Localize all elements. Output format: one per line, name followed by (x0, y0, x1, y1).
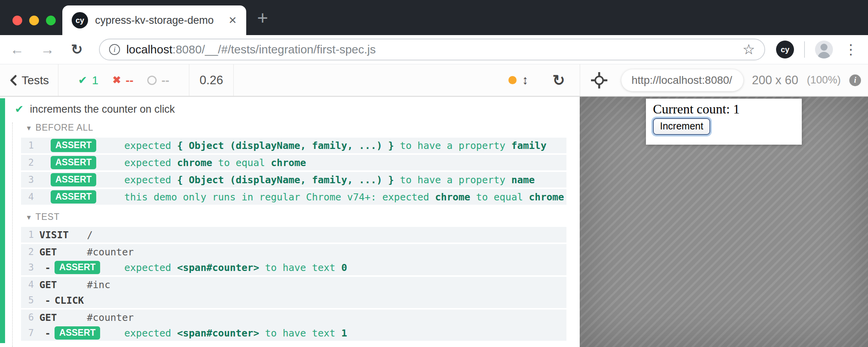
command-args: #counter (87, 246, 134, 258)
browser-toolbar: ← → ↻ i localhost:8080/__/#/tests/integr… (0, 35, 868, 64)
assert-badge: ASSERT (55, 326, 100, 340)
hook-name: BEFORE ALL (35, 122, 94, 133)
browser-menu-icon[interactable]: ⋮ (844, 41, 858, 58)
collapse-triangle-icon[interactable]: ▾ (27, 212, 31, 222)
command-name: VISIT (39, 229, 69, 241)
command-number: 4 (21, 279, 34, 290)
aut-url-input[interactable]: http://localhost:8080/ (621, 69, 743, 91)
collapse-triangle-icon[interactable]: ▾ (27, 123, 31, 133)
window-controls (12, 16, 56, 25)
child-dash: - (45, 328, 51, 339)
command-log-panel: ✔ increments the counter on click ▾BEFOR… (0, 97, 580, 347)
runner-reload-icon[interactable]: ↻ (552, 72, 565, 89)
assert-message-text: expected (124, 157, 177, 168)
minimize-window-button[interactable] (29, 16, 39, 25)
viewport-scale-indicator-icon[interactable] (508, 76, 517, 84)
child-dash: - (45, 295, 51, 306)
url-path: :8080/__/#/tests/integration/first-spec.… (173, 43, 376, 56)
back-to-tests-button[interactable]: Tests (0, 64, 58, 96)
command-row[interactable]: 6GET#counter (21, 310, 566, 325)
command-number: 3 (21, 262, 34, 273)
aut-iframe: Current count: 1 Increment (646, 99, 802, 145)
forward-icon[interactable]: → (41, 41, 55, 58)
assert-message: expected <span#counter> to have text 1 (124, 328, 347, 339)
test-passed-bar (0, 98, 5, 343)
tab-close-icon[interactable]: ✕ (228, 14, 237, 27)
test-duration: 0.26 (189, 64, 234, 96)
assert-message: expected <span#counter> to have text 0 (124, 262, 347, 273)
viewport-info-icon[interactable]: i (849, 74, 861, 86)
child-dash: - (45, 262, 51, 273)
selector-playground-icon[interactable] (591, 72, 607, 89)
command-row[interactable]: 7-ASSERTexpected <span#counter> to have … (21, 325, 566, 341)
assert-badge: ASSERT (51, 173, 96, 186)
assert-message-strong: { Object (displayName, family, ...) } (177, 140, 394, 151)
command-number: 4 (21, 191, 34, 202)
pending-circle-icon (147, 76, 157, 85)
command-number: 1 (21, 140, 34, 151)
increment-button[interactable]: Increment (653, 118, 710, 135)
command-args: / (87, 229, 93, 241)
command-content: ASSERTexpected { Object (displayName, fa… (34, 138, 566, 153)
pending-count: -- (161, 74, 169, 87)
maximize-window-button[interactable] (46, 16, 56, 25)
command-content: GET#counter (34, 244, 566, 260)
url-text[interactable]: localhost:8080/__/#/tests/integration/fi… (126, 43, 736, 56)
command-row[interactable]: 3ASSERTexpected { Object (displayName, f… (21, 172, 566, 188)
assert-message-strong: chrome (529, 191, 564, 203)
close-window-button[interactable] (12, 16, 22, 25)
assert-message: expected { Object (displayName, family, … (124, 140, 547, 151)
hook-header[interactable]: ▾TEST (27, 212, 580, 222)
hook-section: ▾BEFORE ALL1ASSERTexpected { Object (dis… (13, 122, 580, 205)
bookmark-star-icon[interactable]: ☆ (743, 41, 755, 58)
page-info-icon[interactable]: i (109, 44, 120, 55)
cypress-extension-icon[interactable]: cy (776, 41, 794, 58)
command-row[interactable]: 2GET#counter (21, 244, 566, 260)
toolbar-divider (804, 41, 805, 58)
command-group: 6GET#counter7-ASSERTexpected <span#count… (21, 310, 566, 341)
assert-message-strong: chrome (271, 157, 306, 168)
test-title-row[interactable]: ✔ increments the counter on click (0, 97, 580, 115)
new-tab-button[interactable]: + (257, 7, 268, 28)
stat-pending: -- (147, 74, 169, 87)
command-number: 1 (21, 229, 34, 240)
command-row[interactable]: 1VISIT/ (21, 227, 566, 243)
hook-header[interactable]: ▾BEFORE ALL (27, 122, 580, 133)
command-content: VISIT/ (34, 227, 566, 243)
assert-message-strong: { Object (displayName, family, ...) } (177, 174, 394, 186)
assert-message: this demo only runs in regular Chrome v7… (124, 191, 564, 203)
hook-name: TEST (35, 212, 60, 222)
command-name: GET (39, 246, 57, 258)
back-icon[interactable]: ← (10, 41, 24, 58)
assert-message-text: to equal (470, 191, 529, 203)
profile-avatar[interactable] (815, 41, 833, 58)
command-row[interactable]: 5-CLICK (21, 292, 566, 308)
assert-message-text: expected (124, 174, 177, 186)
assert-message-strong: family (511, 140, 546, 151)
command-row[interactable]: 2ASSERTexpected chrome to equal chrome (21, 155, 566, 170)
browser-tab[interactable]: cy cypress-kv-storage-demo ✕ (62, 5, 246, 35)
current-count-label: Current count: 1 (653, 102, 795, 117)
viewport-updown-icon[interactable]: ↕ (522, 73, 528, 87)
assert-message-text: this demo only runs in regular Chrome v7… (124, 191, 435, 203)
command-content: -ASSERTexpected <span#counter> to have t… (34, 325, 566, 341)
command-row[interactable]: 4GET#inc (21, 277, 566, 292)
reload-icon[interactable]: ↻ (71, 41, 83, 58)
assert-message-text: to have text (259, 262, 341, 273)
test-stats: ✔ 1 ✖ -- -- (58, 64, 189, 96)
command-group: 1VISIT/ (21, 227, 566, 243)
aut-controls: http://localhost:8080/ 200 x 60 (100%) i (580, 64, 868, 96)
address-bar[interactable]: i localhost:8080/__/#/tests/integration/… (99, 39, 765, 60)
command-group: 4ASSERTthis demo only runs in regular Ch… (21, 189, 566, 205)
command-number: 7 (21, 328, 34, 338)
command-number: 5 (21, 295, 34, 306)
command-name: GET (39, 279, 57, 290)
runner-content: ✔ increments the counter on click ▾BEFOR… (0, 97, 868, 347)
assert-message-text: to have a property (394, 174, 511, 186)
test-title: increments the counter on click (30, 103, 175, 115)
command-row[interactable]: 3-ASSERTexpected <span#counter> to have … (21, 260, 566, 275)
viewport-size-label: 200 x 60 (752, 73, 798, 87)
command-row[interactable]: 4ASSERTthis demo only runs in regular Ch… (21, 189, 566, 205)
command-row[interactable]: 1ASSERTexpected { Object (displayName, f… (21, 138, 566, 153)
runner-header-spacer: ↕ ↻ (234, 64, 580, 96)
